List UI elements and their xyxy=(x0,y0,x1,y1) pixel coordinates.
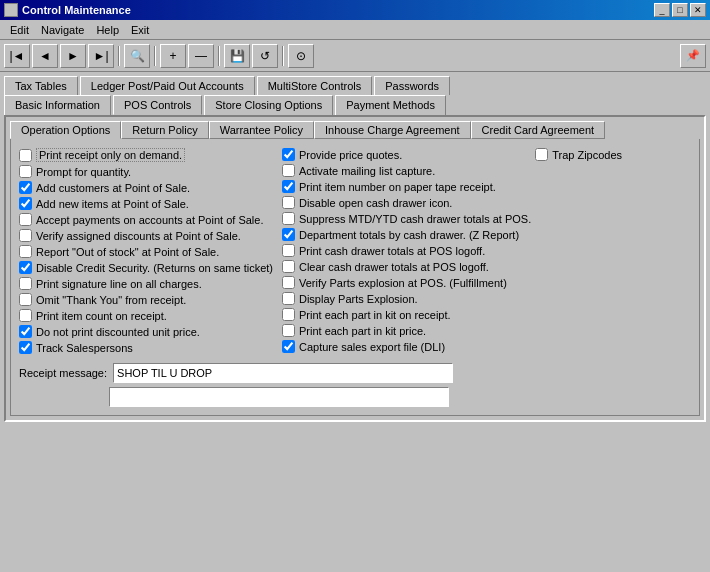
cb-omit-thankyou-label: Omit "Thank You" from receipt. xyxy=(36,294,186,306)
menu-edit[interactable]: Edit xyxy=(4,23,35,37)
minimize-button[interactable]: _ xyxy=(654,3,670,17)
cb-print-cash-totals: Print cash drawer totals at POS logoff. xyxy=(282,243,535,258)
save-button[interactable]: 💾 xyxy=(224,44,250,68)
tab-payment-methods[interactable]: Payment Methods xyxy=(335,95,446,115)
cb-verify-parts-input[interactable] xyxy=(282,276,295,289)
tab-store-closing[interactable]: Store Closing Options xyxy=(204,95,333,115)
cb-disable-cash-drawer-input[interactable] xyxy=(282,196,295,209)
cb-print-item-count-input[interactable] xyxy=(19,309,32,322)
toolbar-separator-2 xyxy=(154,46,156,66)
cb-disable-cash-drawer: Disable open cash drawer icon. xyxy=(282,195,535,210)
tab-basic-info[interactable]: Basic Information xyxy=(4,95,111,115)
refresh-button[interactable]: ↺ xyxy=(252,44,278,68)
tab-tax-tables[interactable]: Tax Tables xyxy=(4,76,78,95)
toolbar-separator-3 xyxy=(218,46,220,66)
prev-record-button[interactable]: ◄ xyxy=(32,44,58,68)
tab-multistore[interactable]: MultiStore Controls xyxy=(257,76,373,95)
cb-print-part-kit: Print each part in kit on receipt. xyxy=(282,307,535,322)
cb-verify-discounts-label: Verify assigned discounts at Point of Sa… xyxy=(36,230,241,242)
cb-print-part-kit-price: Print each part in kit price. xyxy=(282,323,535,338)
cb-print-cash-totals-label: Print cash drawer totals at POS logoff. xyxy=(299,245,485,257)
cb-print-signature-label: Print signature line on all charges. xyxy=(36,278,202,290)
inner-tab-warrantee[interactable]: Warrantee Policy xyxy=(209,121,314,139)
top-tab-row-2: Basic Information POS Controls Store Clo… xyxy=(4,95,706,115)
pin-button[interactable]: 📌 xyxy=(680,44,706,68)
cb-verify-discounts-input[interactable] xyxy=(19,229,32,242)
cb-dept-totals-input[interactable] xyxy=(282,228,295,241)
cb-omit-thankyou-input[interactable] xyxy=(19,293,32,306)
cb-track-salespersons-input[interactable] xyxy=(19,341,32,354)
cb-item-number-receipt-input[interactable] xyxy=(282,180,295,193)
cb-prompt-quantity-input[interactable] xyxy=(19,165,32,178)
inner-tab-return[interactable]: Return Policy xyxy=(121,121,208,139)
receipt-message-input-2[interactable] xyxy=(109,387,449,407)
cb-print-receipt: Print receipt only on demand. xyxy=(19,147,282,163)
cb-print-item-count: Print item count on receipt. xyxy=(19,308,282,323)
cb-report-out-of-stock-input[interactable] xyxy=(19,245,32,258)
tab-passwords[interactable]: Passwords xyxy=(374,76,450,95)
cb-accept-payments-input[interactable] xyxy=(19,213,32,226)
delete-button[interactable]: — xyxy=(188,44,214,68)
menu-help[interactable]: Help xyxy=(90,23,125,37)
cb-clear-cash-totals: Clear cash drawer totals at POS logoff. xyxy=(282,259,535,274)
title-text: Control Maintenance xyxy=(4,3,131,17)
menu-navigate[interactable]: Navigate xyxy=(35,23,90,37)
cb-omit-thankyou: Omit "Thank You" from receipt. xyxy=(19,292,282,307)
cb-print-cash-totals-input[interactable] xyxy=(282,244,295,257)
cb-clear-cash-totals-label: Clear cash drawer totals at POS logoff. xyxy=(299,261,489,273)
cb-print-item-count-label: Print item count on receipt. xyxy=(36,310,167,322)
cb-print-receipt-input[interactable] xyxy=(19,149,32,162)
receipt-message-input[interactable] xyxy=(113,363,453,383)
cb-print-signature-input[interactable] xyxy=(19,277,32,290)
cb-verify-discounts: Verify assigned discounts at Point of Sa… xyxy=(19,228,282,243)
first-record-button[interactable]: |◄ xyxy=(4,44,30,68)
close-button[interactable]: ✕ xyxy=(690,3,706,17)
menu-exit[interactable]: Exit xyxy=(125,23,155,37)
maximize-button[interactable]: □ xyxy=(672,3,688,17)
cb-suppress-mtd-input[interactable] xyxy=(282,212,295,225)
checkbox-col-1: Print receipt only on demand. Prompt for… xyxy=(19,147,282,355)
cb-accept-payments: Accept payments on accounts at Point of … xyxy=(19,212,282,227)
receipt-message-label: Receipt message: xyxy=(19,367,107,379)
cb-trap-zipcodes-input[interactable] xyxy=(535,148,548,161)
menu-bar: Edit Navigate Help Exit xyxy=(0,20,710,40)
cb-prompt-quantity: Prompt for quantity. xyxy=(19,164,282,179)
toolbar-separator-4 xyxy=(282,46,284,66)
cb-clear-cash-totals-input[interactable] xyxy=(282,260,295,273)
cb-price-quotes-input[interactable] xyxy=(282,148,295,161)
inner-tab-inhouse[interactable]: Inhouse Charge Agreement xyxy=(314,121,471,139)
last-record-button[interactable]: ►| xyxy=(88,44,114,68)
title-bar: Control Maintenance _ □ ✕ xyxy=(0,0,710,20)
toolbar-separator-1 xyxy=(118,46,120,66)
cb-trap-zipcodes-label: Trap Zipcodes xyxy=(552,149,622,161)
receipt-message-row: Receipt message: xyxy=(19,363,691,383)
cb-mailing-list-input[interactable] xyxy=(282,164,295,177)
search-button[interactable]: 🔍 xyxy=(124,44,150,68)
tab-panel: Operation Options Return Policy Warrante… xyxy=(4,115,706,422)
cb-disable-credit-input[interactable] xyxy=(19,261,32,274)
cb-no-discount-price-input[interactable] xyxy=(19,325,32,338)
cb-capture-export-input[interactable] xyxy=(282,340,295,353)
cb-item-number-receipt-label: Print item number on paper tape receipt. xyxy=(299,181,496,193)
cb-print-signature: Print signature line on all charges. xyxy=(19,276,282,291)
settings-button[interactable]: ⊙ xyxy=(288,44,314,68)
cb-mailing-list-label: Activate mailing list capture. xyxy=(299,165,435,177)
tab-pos-controls[interactable]: POS Controls xyxy=(113,95,202,115)
inner-tab-operation[interactable]: Operation Options xyxy=(10,121,121,139)
app-icon xyxy=(4,3,18,17)
inner-tab-credit-card[interactable]: Credit Card Agreement xyxy=(471,121,606,139)
cb-display-parts-input[interactable] xyxy=(282,292,295,305)
cb-print-part-kit-input[interactable] xyxy=(282,308,295,321)
top-tab-row-1: Tax Tables Ledger Post/Paid Out Accounts… xyxy=(4,76,706,95)
cb-add-new-items-input[interactable] xyxy=(19,197,32,210)
cb-add-customers-input[interactable] xyxy=(19,181,32,194)
cb-accept-payments-label: Accept payments on accounts at Point of … xyxy=(36,214,263,226)
cb-verify-parts: Verify Parts explosion at POS. (Fulfillm… xyxy=(282,275,535,290)
add-button[interactable]: + xyxy=(160,44,186,68)
tab-ledger-post[interactable]: Ledger Post/Paid Out Accounts xyxy=(80,76,255,95)
cb-trap-zipcodes: Trap Zipcodes xyxy=(535,147,691,162)
next-record-button[interactable]: ► xyxy=(60,44,86,68)
cb-add-new-items: Add new items at Point of Sale. xyxy=(19,196,282,211)
cb-report-out-of-stock: Report "Out of stock" at Point of Sale. xyxy=(19,244,282,259)
cb-print-part-kit-price-input[interactable] xyxy=(282,324,295,337)
